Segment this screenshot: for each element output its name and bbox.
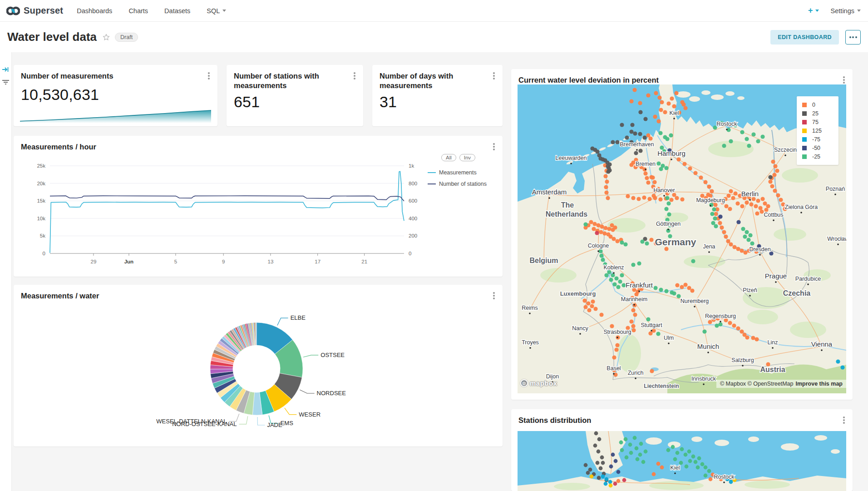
legend-swatch xyxy=(802,154,807,159)
svg-text:Hanover: Hanover xyxy=(653,187,675,193)
legend-label: -25 xyxy=(812,154,820,160)
card-menu-button[interactable] xyxy=(840,416,848,425)
card-title: Stations distribution xyxy=(518,416,591,425)
legend-swatch xyxy=(802,111,807,116)
filter-icon[interactable] xyxy=(2,79,10,86)
svg-text:Innsbruck: Innsbruck xyxy=(691,376,716,382)
svg-text:Amsterdam: Amsterdam xyxy=(532,188,567,196)
svg-text:Zielona Góra: Zielona Góra xyxy=(785,204,818,210)
svg-text:Dresden: Dresden xyxy=(749,246,770,253)
map-legend-item[interactable]: 125 xyxy=(802,126,838,135)
legend-label: -50 xyxy=(812,145,820,151)
svg-text:200: 200 xyxy=(409,233,417,238)
settings-menu[interactable]: Settings xyxy=(831,7,861,15)
svg-text:15k: 15k xyxy=(37,198,45,203)
map-legend-item[interactable]: -50 xyxy=(802,144,838,152)
nav-item-dashboards[interactable]: Dashboards xyxy=(77,7,112,15)
svg-text:Munich: Munich xyxy=(697,342,719,350)
svg-text:29: 29 xyxy=(91,259,97,264)
svg-text:9: 9 xyxy=(222,259,225,264)
svg-text:Magdeburg: Magdeburg xyxy=(696,197,725,203)
legend-label: 25 xyxy=(812,110,819,117)
svg-text:20k: 20k xyxy=(37,181,45,186)
superset-logo[interactable]: Superset xyxy=(6,5,63,16)
mapbox-logo[interactable]: ◍ mapbox xyxy=(520,379,557,387)
dashboard-grid: Number of measurements 10,530,631 Number… xyxy=(0,52,868,491)
map-legend-item[interactable]: 25 xyxy=(802,109,838,118)
svg-text:WESEL-DATTELN-KANAL: WESEL-DATTELN-KANAL xyxy=(156,418,227,425)
legend-label: 75 xyxy=(812,119,819,125)
svg-text:21: 21 xyxy=(361,259,367,264)
legend-label: 125 xyxy=(812,128,822,134)
map-legend-item[interactable]: -75 xyxy=(802,135,838,144)
svg-text:Liechtenstein: Liechtenstein xyxy=(644,383,679,389)
map-legend-item[interactable]: 0 xyxy=(802,100,838,109)
svg-text:Jun: Jun xyxy=(124,259,133,264)
more-options-button[interactable] xyxy=(845,30,861,45)
svg-text:JADE: JADE xyxy=(267,422,282,428)
favorite-star-icon[interactable] xyxy=(102,33,110,41)
svg-text:Netherlands: Netherlands xyxy=(546,210,588,218)
svg-text:Nuremberg: Nuremberg xyxy=(681,298,709,304)
kpi-value: 10,530,631 xyxy=(21,86,99,104)
svg-text:Vienna: Vienna xyxy=(811,340,833,348)
line-chart[interactable]: 005k20010k40015k60020k80025k1k29Jun59131… xyxy=(14,136,503,277)
map-viewport[interactable]: KielRostock xyxy=(518,431,846,491)
card-menu-button[interactable] xyxy=(490,71,498,80)
legend-swatch xyxy=(802,137,807,142)
svg-text:0: 0 xyxy=(43,251,45,256)
card-menu-button[interactable] xyxy=(350,71,359,80)
svg-text:Belgium: Belgium xyxy=(529,257,558,264)
svg-text:Regensburg: Regensburg xyxy=(705,313,736,319)
svg-text:Salzburg: Salzburg xyxy=(731,357,754,363)
svg-text:Ulm: Ulm xyxy=(664,335,674,341)
svg-text:Zurich: Zurich xyxy=(628,370,644,376)
svg-text:Luxembourg: Luxembourg xyxy=(560,290,596,297)
edit-dashboard-button[interactable]: EDIT DASHBOARD xyxy=(770,30,839,45)
kpi-card-stations: Number of stations with measurements 651 xyxy=(227,65,363,126)
map-legend-item[interactable]: 75 xyxy=(802,118,838,126)
card-menu-button[interactable] xyxy=(840,75,848,84)
status-badge: Draft xyxy=(115,33,138,42)
donut-chart[interactable]: ELBEOSTSEENORDSEEWESEREMSJADENORD-OSTSEE… xyxy=(14,285,503,446)
svg-text:EMS: EMS xyxy=(281,420,294,427)
nav-item-datasets[interactable]: Datasets xyxy=(164,7,190,15)
card-title: Number of stations with measurements xyxy=(234,71,363,90)
svg-text:800: 800 xyxy=(409,181,417,186)
svg-text:1k: 1k xyxy=(409,163,414,169)
expand-filters-icon[interactable] xyxy=(2,66,9,73)
attribution-text[interactable]: © Mapbox © OpenStreetMap xyxy=(720,381,794,387)
svg-text:Nancy: Nancy xyxy=(572,325,588,332)
svg-text:ELBE: ELBE xyxy=(291,314,306,321)
map-legend-item[interactable]: -25 xyxy=(802,152,838,161)
svg-text:Mannheim: Mannheim xyxy=(621,296,647,303)
legend-swatch xyxy=(802,146,807,150)
chevron-down-icon xyxy=(222,10,226,12)
nav-item-charts[interactable]: Charts xyxy=(128,7,148,15)
svg-text:Rostock: Rostock xyxy=(714,474,735,480)
svg-text:Leeuwarden: Leeuwarden xyxy=(556,155,587,161)
svg-text:Berlin: Berlin xyxy=(741,190,759,198)
new-item-button[interactable]: + xyxy=(808,6,819,15)
legend-label: -75 xyxy=(812,136,820,143)
kpi-card-days: Number of days with measurements 31 xyxy=(372,65,503,126)
svg-text:Czechia: Czechia xyxy=(783,289,811,297)
improve-map-link[interactable]: Improve this map xyxy=(796,381,843,387)
svg-text:Basel: Basel xyxy=(607,365,621,372)
svg-text:Cottbus: Cottbus xyxy=(764,212,783,218)
svg-text:Strasbourg: Strasbourg xyxy=(603,329,631,335)
chevron-down-icon xyxy=(857,10,861,12)
map-legend: 02575125-75-50-25 xyxy=(797,96,838,165)
svg-text:NORDSEE: NORDSEE xyxy=(317,390,346,397)
card-title: Number of days with measurements xyxy=(380,71,503,90)
nav-item-sql[interactable]: SQL xyxy=(207,7,226,15)
infinity-logo-icon xyxy=(6,6,20,16)
svg-text:600: 600 xyxy=(409,198,417,203)
svg-text:Germany: Germany xyxy=(655,237,696,247)
svg-text:Göttingen: Göttingen xyxy=(656,221,681,227)
chart-card-stations-distribution: Stations distribution KielRostock xyxy=(511,409,853,491)
card-menu-button[interactable] xyxy=(205,71,213,80)
svg-text:Szczecin: Szczecin xyxy=(774,147,797,153)
svg-text:Rostock: Rostock xyxy=(716,121,737,127)
card-title: Number of measurements xyxy=(21,71,132,81)
